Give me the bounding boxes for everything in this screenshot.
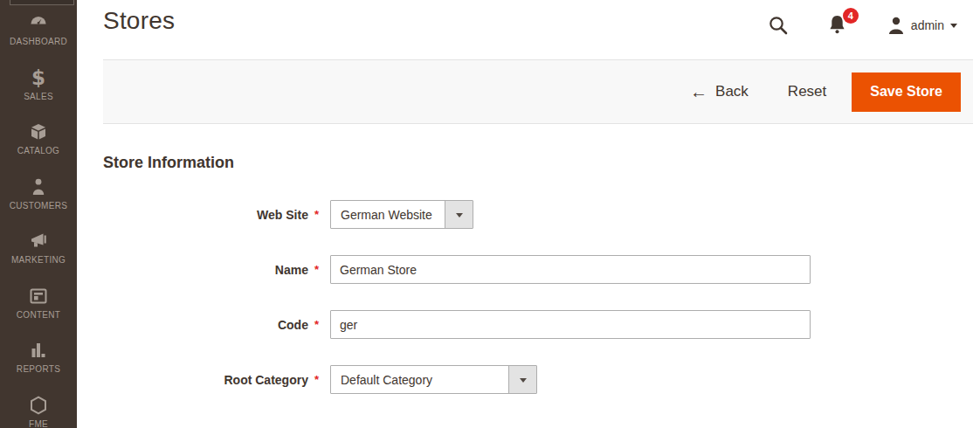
main-content: Stores 4 admin bbox=[77, 0, 980, 428]
search-icon[interactable] bbox=[768, 15, 789, 36]
save-store-button[interactable]: Save Store bbox=[852, 72, 961, 112]
header-actions: 4 admin bbox=[768, 14, 957, 36]
reports-icon bbox=[28, 340, 49, 361]
sidebar-item-label: SALES bbox=[24, 92, 53, 101]
marketing-icon bbox=[28, 231, 49, 252]
root-category-select-dropdown-button[interactable] bbox=[508, 366, 536, 393]
back-arrow-icon: ← bbox=[690, 84, 707, 100]
customers-icon bbox=[28, 176, 49, 197]
required-asterisk: * bbox=[314, 373, 319, 386]
sales-icon: $ bbox=[31, 67, 45, 88]
root-category-select[interactable]: Default Category bbox=[330, 365, 537, 394]
admin-user-menu[interactable]: admin bbox=[887, 16, 957, 35]
required-asterisk: * bbox=[314, 208, 319, 221]
form-row-code: Code* bbox=[77, 310, 980, 339]
notifications-bell-icon[interactable]: 4 bbox=[827, 14, 847, 36]
chevron-down-icon bbox=[520, 378, 527, 383]
form-row-name: Name* bbox=[77, 255, 980, 284]
username-label: admin bbox=[911, 18, 944, 32]
sidebar-item-fme-extensions[interactable]: FME EXTENSIONS bbox=[0, 389, 77, 428]
required-asterisk: * bbox=[314, 318, 319, 331]
page-header: Stores 4 admin bbox=[77, 0, 980, 59]
sidebar-item-label: REPORTS bbox=[17, 364, 60, 374]
sidebar-item-customers[interactable]: CUSTOMERS bbox=[0, 170, 77, 225]
sidebar-item-sales[interactable]: $ SALES bbox=[0, 61, 77, 116]
sidebar-item-catalog[interactable]: CATALOG bbox=[0, 115, 77, 170]
sidebar-item-content[interactable]: CONTENT bbox=[0, 280, 77, 335]
notification-count-badge: 4 bbox=[843, 8, 859, 24]
code-field-label: Code* bbox=[77, 318, 319, 332]
admin-sidebar: DASHBOARD $ SALES CATALOG bbox=[0, 0, 77, 428]
content-icon bbox=[28, 286, 49, 307]
name-field-label: Name* bbox=[77, 263, 319, 277]
store-information-form: Web Site* German Website Name* Cod bbox=[77, 200, 980, 394]
website-select-value: German Website bbox=[331, 201, 445, 228]
page-actions-toolbar: ← Back Reset Save Store bbox=[103, 59, 973, 124]
sidebar-item-dashboard[interactable]: DASHBOARD bbox=[0, 6, 77, 61]
code-input[interactable] bbox=[330, 310, 811, 339]
sidebar-item-label: MARKETING bbox=[11, 255, 66, 265]
sidebar-item-marketing[interactable]: MARKETING bbox=[0, 224, 77, 280]
chevron-down-icon bbox=[456, 213, 463, 217]
website-select[interactable]: German Website bbox=[330, 200, 473, 229]
back-button[interactable]: ← Back bbox=[690, 83, 749, 100]
form-row-root-category: Root Category* Default Category bbox=[77, 365, 980, 394]
root-category-select-value: Default Category bbox=[331, 366, 508, 393]
sidebar-item-label: CUSTOMERS bbox=[10, 201, 67, 211]
website-select-dropdown-button[interactable] bbox=[445, 201, 473, 228]
sidebar-item-label: CATALOG bbox=[17, 146, 59, 155]
page-title: Stores bbox=[103, 7, 175, 35]
section-title: Store Information bbox=[103, 154, 980, 172]
sidebar-nav: DASHBOARD $ SALES CATALOG bbox=[0, 6, 77, 428]
sidebar-item-reports[interactable]: REPORTS bbox=[0, 334, 77, 389]
form-row-website: Web Site* German Website bbox=[77, 200, 980, 229]
sidebar-item-label: DASHBOARD bbox=[10, 37, 67, 46]
catalog-icon bbox=[28, 121, 49, 142]
website-field-label: Web Site* bbox=[77, 208, 319, 222]
dashboard-icon bbox=[28, 12, 49, 33]
reset-button[interactable]: Reset bbox=[788, 83, 826, 100]
user-avatar-icon bbox=[887, 16, 905, 35]
chevron-down-icon bbox=[950, 24, 957, 28]
sidebar-item-label: FME EXTENSIONS bbox=[3, 419, 73, 428]
root-category-field-label: Root Category* bbox=[77, 373, 319, 387]
back-button-label: Back bbox=[715, 83, 749, 100]
sidebar-partial-highlight bbox=[10, 0, 74, 5]
fme-extensions-icon bbox=[28, 395, 49, 416]
sidebar-item-label: CONTENT bbox=[17, 310, 60, 320]
required-asterisk: * bbox=[314, 263, 319, 276]
name-input[interactable] bbox=[330, 255, 811, 284]
